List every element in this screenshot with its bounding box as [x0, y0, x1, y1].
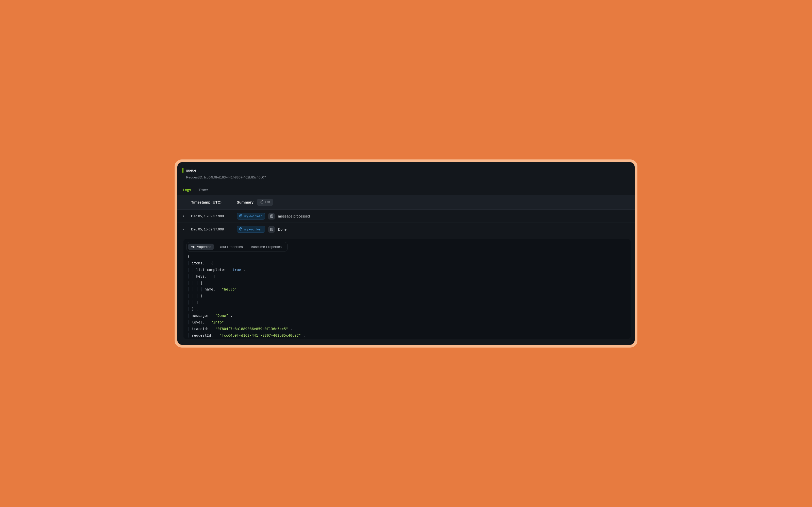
timestamp: Dec 05, 15:09:37.908 [189, 227, 237, 231]
request-id-line: RequestID: fcc64b9f-d163-441f-8307-402b8… [186, 175, 629, 179]
col-summary: Summary [237, 200, 253, 204]
doc-icon [268, 213, 275, 220]
tab-baselime-properties[interactable]: Baselime Properties [248, 244, 284, 250]
request-id-label: RequestID: [186, 175, 203, 179]
json-val-traceid: "0f804f7e8a1889086e859b0f136e5cc5" [215, 327, 288, 331]
doc-icon [268, 226, 275, 233]
json-key-name: name: [205, 287, 215, 291]
json-key-list-complete: list_complete: [196, 268, 226, 272]
chevron-right-icon[interactable] [180, 215, 187, 218]
col-timestamp: Timestamp (UTC) [189, 200, 237, 204]
json-key-items: items: [192, 261, 205, 265]
json-val-level: "info" [211, 320, 224, 324]
log-panel: queue RequestID: fcc64b9f-d163-441f-8307… [177, 162, 635, 345]
cube-icon [239, 214, 243, 218]
json-val-requestid: "fcc64b9f-d163-441f-8307-402b85c40c07" [219, 333, 301, 337]
edit-label: Edit [265, 201, 270, 204]
page-title: queue [186, 168, 196, 172]
chevron-down-icon[interactable] [180, 228, 187, 231]
json-key-message: message: [192, 314, 209, 318]
properties-tabs: All Properties Your Properties Baselime … [187, 242, 288, 251]
tab-logs[interactable]: Logs [183, 185, 191, 195]
worker-pill[interactable]: my-worker [237, 226, 265, 233]
cube-icon [239, 227, 243, 231]
detail-pane: All Properties Your Properties Baselime … [184, 239, 630, 339]
worker-name: my-worker [244, 214, 262, 218]
json-val-name: "hello" [222, 287, 237, 291]
json-key-level: level: [192, 320, 205, 324]
tab-all-properties[interactable]: All Properties [188, 244, 214, 250]
table-row[interactable]: Dec 05, 15:09:37.908 my-worker Done [177, 223, 635, 236]
summary-text: Done [278, 227, 286, 231]
table-row[interactable]: Dec 05, 15:09:37.908 my-worker message p… [177, 210, 635, 223]
title-accent-bar [183, 168, 184, 173]
tab-your-properties[interactable]: Your Properties [217, 244, 245, 250]
json-key-keys: keys: [196, 274, 207, 278]
table-header: Timestamp (UTC) Summary Edit [177, 195, 635, 210]
worker-name: my-worker [244, 227, 262, 231]
view-tabs: Logs Trace [177, 185, 635, 195]
json-val-list-complete: true [233, 268, 241, 272]
summary-text: message processed [278, 214, 310, 218]
edit-button[interactable]: Edit [257, 199, 273, 206]
timestamp: Dec 05, 15:09:37.908 [189, 214, 237, 218]
request-id-value: fcc64b9f-d163-441f-8307-402b85c40c07 [204, 175, 266, 179]
pencil-icon [259, 200, 263, 205]
json-val-message: "Done" [215, 314, 229, 318]
tab-trace[interactable]: Trace [198, 185, 208, 195]
worker-pill[interactable]: my-worker [237, 213, 265, 220]
json-key-requestid: requestId: [192, 333, 213, 337]
json-key-traceid: traceId: [192, 327, 209, 331]
json-viewer: { │ items: { │ │ list_complete: true , │… [187, 251, 627, 339]
